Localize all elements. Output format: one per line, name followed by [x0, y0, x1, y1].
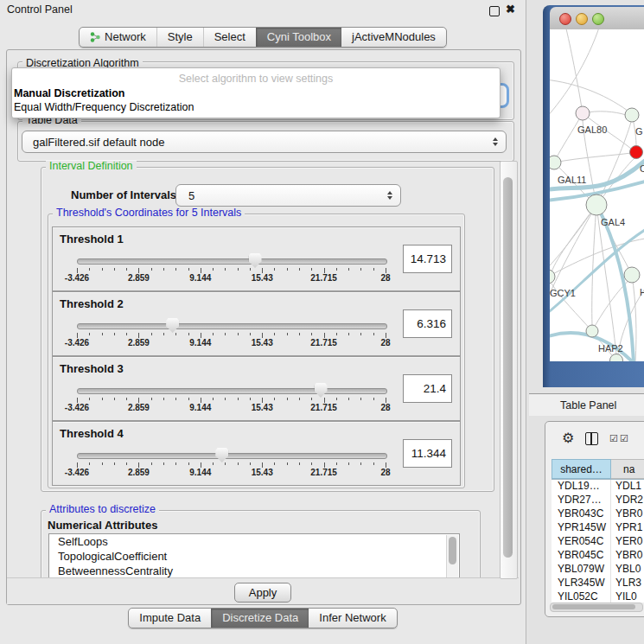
panel-scrollbar-thumb[interactable] [503, 177, 513, 558]
column-header-shared-name[interactable]: shared… [552, 459, 611, 479]
threshold-value-field[interactable]: 21.4 [403, 374, 452, 403]
cell-name[interactable]: YBL0 [611, 563, 644, 577]
node-table[interactable]: shared… na YDL19…YDL1YDR27…YDR2YBR043CYB… [552, 459, 644, 603]
threshold-value-field[interactable]: 11.344 [403, 439, 452, 468]
network-node-gcy1[interactable] [550, 270, 555, 284]
checkbox-icon[interactable]: ☑ [609, 433, 618, 444]
cell-shared-name[interactable]: YBR045C [552, 549, 611, 563]
numerical-attributes-list[interactable]: SelfLoopsTopologicalCoefficientBetweenne… [48, 533, 460, 579]
zoom-traffic-light-icon[interactable] [592, 13, 604, 25]
float-window-icon[interactable] [489, 6, 500, 16]
tick [360, 268, 361, 271]
cell-shared-name[interactable]: YIL052C [552, 590, 611, 603]
cell-name[interactable]: YBR0 [611, 507, 644, 521]
tick [163, 398, 164, 400]
column-layout-icon[interactable] [585, 432, 598, 445]
network-edge-thick [596, 205, 634, 361]
table-row[interactable]: YDL19…YDL1 [552, 480, 644, 494]
tab-select[interactable]: Select [203, 28, 256, 47]
cell-shared-name[interactable]: YLR345W [552, 577, 611, 590]
close-traffic-light-icon[interactable] [559, 13, 571, 25]
slider-thumb[interactable] [215, 448, 228, 462]
algorithm-placeholder-option[interactable]: Select algorithm to view settings [12, 73, 500, 85]
threshold-value-field[interactable]: 14.713 [403, 245, 452, 273]
table-row[interactable]: YIL052CYIL0 [552, 590, 644, 603]
tick [89, 462, 90, 465]
tick [114, 268, 115, 271]
gear-icon[interactable]: ⚙ [562, 430, 574, 446]
tick-label: -3.426 [65, 403, 89, 412]
cell-shared-name[interactable]: YPR145W [552, 521, 611, 535]
thresholds-group-title: Threshold's Coordinates for 5 Intervals [53, 207, 245, 219]
attribute-list-item[interactable]: SelfLoops [49, 534, 459, 549]
tab-jactivemnodules[interactable]: jActiveMNodules [341, 28, 446, 47]
cell-name[interactable]: YDR2 [611, 494, 644, 507]
tick [299, 333, 300, 335]
close-icon[interactable]: ✖ [506, 3, 515, 16]
table-row[interactable]: YBL079WYBL0 [552, 563, 644, 577]
slider-thumb[interactable] [249, 253, 262, 268]
tick [151, 268, 152, 271]
number-of-intervals-value: 5 [188, 189, 194, 202]
tab-impute-data[interactable]: Impute Data [129, 609, 211, 628]
network-node-gal4[interactable] [586, 194, 607, 215]
tab-style[interactable]: Style [156, 28, 203, 47]
table-horizontal-scrollbar[interactable] [550, 603, 643, 612]
network-node-label: GAL11 [558, 175, 586, 185]
table-row[interactable]: YDR27…YDR2 [552, 494, 644, 507]
network-node-g[interactable] [625, 108, 639, 122]
slider-track[interactable] [77, 388, 387, 394]
attributes-list-scrollbar-thumb[interactable] [449, 537, 456, 564]
network-node-h[interactable] [624, 267, 640, 283]
cell-name[interactable]: YPR1 [611, 521, 644, 535]
slider-track[interactable] [77, 323, 387, 329]
attributes-list-scrollbar[interactable] [446, 535, 458, 577]
threshold-value-field[interactable]: 6.316 [403, 309, 452, 338]
table-data-combobox[interactable]: galFiltered.sif default node [22, 131, 507, 153]
column-header-name[interactable]: na [611, 459, 644, 479]
number-of-intervals-combobox[interactable]: 5 [175, 184, 401, 207]
network-node-hap2[interactable] [586, 325, 598, 337]
cell-name[interactable]: YER0 [611, 535, 644, 549]
tick-label: 28 [380, 273, 390, 283]
slider-thumb[interactable] [315, 383, 328, 398]
table-row[interactable]: YBR043CYBR0 [552, 507, 644, 521]
slider-track[interactable] [77, 453, 387, 459]
network-window-titlebar[interactable] [550, 7, 644, 30]
network-node-gal11[interactable] [550, 156, 561, 169]
threshold-label: Threshold 4 [60, 427, 124, 440]
tab-discretize-data[interactable]: Discretize Data [211, 609, 309, 628]
tab-network[interactable]: Network [80, 28, 156, 47]
table-row[interactable]: YBR045CYBR0 [552, 549, 644, 563]
tab-cyni-toolbox[interactable]: Cyni Toolbox [256, 28, 341, 47]
table-row[interactable]: YLR345WYLR3 [552, 577, 644, 590]
network-node-gal80[interactable] [576, 106, 590, 120]
tick-label: 15.43 [252, 338, 273, 348]
cell-shared-name[interactable]: YDR27… [552, 494, 611, 507]
table-horizontal-scrollbar-thumb[interactable] [552, 604, 635, 609]
cell-shared-name[interactable]: YDL19… [552, 480, 611, 494]
network-node-c[interactable] [630, 146, 643, 159]
attribute-list-item[interactable]: TopologicalCoefficient [49, 549, 459, 564]
apply-button[interactable]: Apply [234, 583, 291, 603]
algorithm-option-equal-width[interactable]: Equal Width/Frequency Discretization [14, 101, 194, 113]
table-row[interactable]: YER054CYER0 [552, 535, 644, 549]
tab-infer-network[interactable]: Infer Network [309, 609, 396, 628]
slider-track[interactable] [77, 258, 387, 265]
minimize-traffic-light-icon[interactable] [576, 13, 588, 25]
algorithm-option-manual[interactable]: Manual Discretization [14, 87, 125, 99]
attribute-list-item[interactable]: BetweennessCentrality [49, 564, 459, 578]
network-view-window[interactable]: GAL80GCGAL11GAL4GCY1HHAP2 [543, 5, 644, 387]
cell-name[interactable]: YDL1 [611, 480, 644, 494]
cell-name[interactable]: YBR0 [611, 549, 644, 563]
cell-shared-name[interactable]: YBR043C [552, 507, 611, 521]
cell-name[interactable]: YLR3 [611, 577, 644, 590]
checkbox-icon[interactable]: ☑ [620, 433, 628, 444]
panel-scrollbar[interactable] [500, 161, 518, 579]
table-row[interactable]: YPR145WYPR1 [552, 521, 644, 535]
network-canvas[interactable]: GAL80GCGAL11GAL4GCY1HHAP2 [550, 29, 644, 361]
cell-shared-name[interactable]: YBL079W [552, 563, 611, 577]
cell-shared-name[interactable]: YER054C [552, 535, 611, 549]
slider-thumb[interactable] [166, 318, 179, 333]
cell-name[interactable]: YIL0 [611, 590, 644, 603]
